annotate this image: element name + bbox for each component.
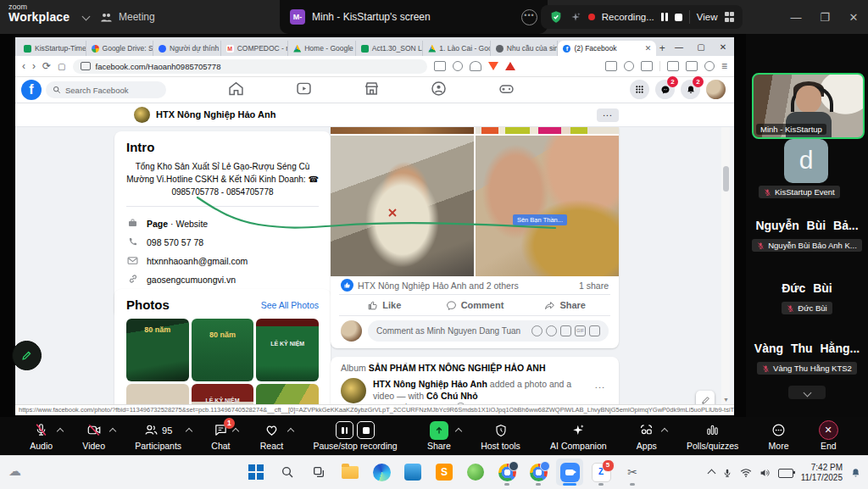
participant-tile[interactable]: Đức Bùi Đức Bùi	[746, 281, 868, 316]
more-button[interactable]: More	[769, 422, 789, 451]
volume-icon[interactable]	[760, 468, 771, 478]
view-layout-icon[interactable]	[725, 12, 735, 22]
weather-widget[interactable]: ☁	[8, 464, 21, 479]
mic-tray-icon[interactable]	[722, 468, 732, 479]
pause-recording-button[interactable]	[661, 13, 668, 21]
photo-thumbnail[interactable]: 80 năm	[192, 319, 254, 381]
page-avatar[interactable]	[341, 378, 366, 403]
participant-video-tile[interactable]: Minh - KisStartup	[752, 73, 865, 139]
annotate-tool-button[interactable]	[12, 341, 42, 370]
photo-partial[interactable]	[331, 127, 474, 134]
emoji-icon[interactable]	[546, 325, 557, 336]
chevron-down-icon[interactable]	[82, 13, 91, 21]
profile-icon[interactable]	[704, 61, 715, 71]
gaming-icon[interactable]	[498, 80, 515, 97]
photo-thumbnail[interactable]: LỄ KỶ NIỆM	[192, 384, 254, 404]
browser-tab[interactable]: Act1.30_SON LA	[356, 41, 424, 56]
home-icon[interactable]	[227, 80, 245, 97]
participant-tile[interactable]: d KisStartup Event	[752, 139, 861, 193]
view-button[interactable]: View	[697, 12, 718, 22]
photo-thumbnail[interactable]	[126, 384, 189, 404]
photo-thumbnail[interactable]: LỄ KỶ NIỆM	[256, 319, 319, 381]
photo-tag[interactable]: Sên Bạn Thần...	[513, 214, 567, 225]
apps-menu-button[interactable]	[630, 80, 649, 99]
like-button[interactable]: Like	[339, 295, 430, 315]
react-button[interactable]: React	[260, 422, 283, 451]
browser-tab-active[interactable]: f(2) Facebook✕	[558, 41, 656, 56]
forward-icon[interactable]: ›	[32, 60, 36, 72]
page-more-button[interactable]: ...	[597, 108, 619, 122]
task-view-button[interactable]	[305, 458, 332, 486]
photo-thumbnail[interactable]	[256, 384, 319, 404]
sidebar-icon[interactable]	[667, 61, 679, 71]
recording-controls[interactable]: Pause/stop recording	[313, 422, 397, 451]
browser-tab[interactable]: Home - Google D	[288, 41, 356, 56]
participant-tile[interactable]: Vàng Thu Hằng... Vàng Thu Hằng KTS2	[746, 342, 868, 376]
start-button[interactable]	[242, 458, 270, 486]
album-title-link[interactable]: SẢN PHẨM HTX NÔNG NGHIỆP HẢO ANH	[369, 363, 546, 373]
host-tools-button[interactable]: Host tools	[481, 422, 520, 451]
ai-companion-icon[interactable]	[570, 11, 581, 23]
apps-button[interactable]: Apps	[637, 422, 657, 451]
polls-button[interactable]: Polls/quizzes	[687, 422, 738, 451]
tab-shared-screen[interactable]: M- Minh - KisStartup's screen •••	[280, 0, 548, 34]
browser-tab[interactable]: MCOMPEDOC - m	[221, 41, 289, 56]
share-options-chevron[interactable]	[455, 427, 462, 434]
watch-icon[interactable]	[295, 80, 313, 97]
minimize-button[interactable]: —	[782, 0, 810, 34]
profile-avatar[interactable]	[706, 80, 726, 99]
notifications-button[interactable]: 2	[681, 80, 700, 99]
chrome-profile2-button[interactable]	[525, 458, 552, 486]
participants-button[interactable]: 95 Participants	[135, 422, 181, 451]
end-meeting-button[interactable]: ✕ End	[819, 422, 838, 451]
tray-overflow-chevron[interactable]	[707, 469, 715, 477]
tab-options-icon[interactable]: •••	[521, 9, 537, 25]
snipping-tool-button[interactable]: ✂	[619, 458, 646, 486]
edit-floating-button[interactable]	[696, 391, 715, 404]
audio-options-chevron[interactable]	[57, 427, 64, 434]
post-more-button[interactable]: ...	[592, 378, 609, 404]
participant-tile[interactable]: Nguyễn Bùi Bả... Nguyễn Bùi Bảo Anh K...	[746, 219, 868, 253]
audio-button[interactable]: Audio	[30, 422, 53, 451]
alert-extension-icon[interactable]	[505, 62, 515, 70]
shield-extension-icon[interactable]	[488, 62, 498, 70]
file-explorer-button[interactable]	[337, 458, 364, 486]
apps-options-chevron[interactable]	[661, 427, 668, 434]
tab-close-icon[interactable]: ✕	[645, 44, 652, 53]
gif-icon[interactable]: GIF	[575, 325, 586, 336]
unikey-button[interactable]	[462, 458, 489, 486]
search-button[interactable]	[274, 458, 301, 486]
facebook-logo[interactable]: f	[21, 80, 42, 100]
maximize-button[interactable]: ❐	[810, 0, 839, 34]
edge-button[interactable]	[368, 458, 395, 486]
marketplace-icon[interactable]	[363, 80, 381, 97]
page-scrollbar[interactable]: ▼	[721, 127, 730, 404]
browser-tab[interactable]: Nhu cầu của sinh	[491, 41, 559, 56]
video-button[interactable]: Video	[82, 422, 105, 451]
chat-button[interactable]: 1 Chat	[211, 422, 230, 451]
photo-partial[interactable]	[476, 127, 619, 134]
chat-extension-icon[interactable]	[624, 61, 634, 71]
tab-meeting[interactable]: Meeting	[100, 0, 155, 34]
photo-thumbnail[interactable]: 80 năm	[126, 319, 189, 381]
stop-recording-button[interactable]	[675, 14, 682, 21]
share-count[interactable]: 1 share	[579, 281, 609, 291]
photo-paddy-grains[interactable]: Sên Bạn Thần...	[476, 136, 619, 276]
back-icon[interactable]: ‹	[22, 60, 25, 72]
zoom-page-icon[interactable]	[453, 61, 463, 71]
post-timestamp[interactable]: 3 November at 09:56 ·	[373, 402, 585, 404]
new-tab-button[interactable]: +	[656, 41, 668, 56]
scrollbar-thumb[interactable]	[723, 166, 729, 192]
post-author-link[interactable]: HTX Nông Nghiệp Hảo Anh	[373, 379, 487, 389]
sticker-icon[interactable]	[589, 325, 600, 336]
page-avatar[interactable]	[134, 107, 150, 123]
browser-maximize-button[interactable]: ▢	[690, 42, 712, 52]
extension-icon[interactable]	[641, 61, 653, 71]
store-button[interactable]	[399, 458, 426, 486]
reload-icon[interactable]: ⟳	[42, 60, 51, 72]
tagged-person-link[interactable]: Cô Chú Nhỏ	[426, 391, 478, 401]
scrollbar-down-arrow[interactable]: ▼	[723, 397, 729, 403]
browser-tab[interactable]: 1. Lào Cai - Goog	[423, 41, 491, 56]
taskbar-clock[interactable]: 7:42 PM 11/17/2025	[801, 463, 843, 483]
notifications-bell-icon[interactable]	[850, 467, 861, 479]
